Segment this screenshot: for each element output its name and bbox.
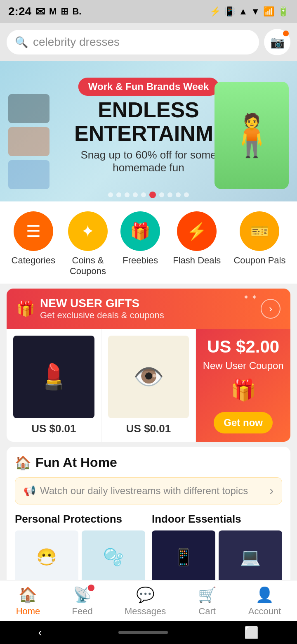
banner-product-2 [8,127,50,156]
dot-3[interactable] [125,192,130,197]
dot-9[interactable] [176,192,181,197]
data-icon: ▲ [238,6,248,17]
new-user-title: NEW USER GIFTS [40,297,164,310]
dot-8[interactable] [167,192,172,197]
mask-product-2[interactable]: 🫧 [82,530,145,584]
category-flash-deals[interactable]: ⚡ Flash Deals [173,211,221,277]
booking-icon: B. [72,6,81,17]
nav-account[interactable]: 👤 Account [248,586,281,617]
banner-person: 🧍 [214,82,289,189]
bluetooth-icon: ⚡ [210,6,221,17]
indoor-essentials-imgs: 📱 💻 [152,530,282,584]
banner-text: ENDLESSENTERTAINMENT Snag up to 60% off … [74,98,223,174]
product-card-2[interactable]: 👁️ US $0.01 [101,329,196,442]
banner-product-1 [8,94,50,123]
coupon-label: New User Coupon [203,360,284,372]
product-image-2: 👁️ [108,336,189,418]
coupon-card[interactable]: US $2.00 New User Coupon 🎁 Get now [196,329,290,442]
livestream-label: Watch our daily livestreams with differe… [40,485,248,497]
dot-6[interactable] [149,192,156,198]
new-user-gifts-banner[interactable]: 🎁 NEW USER GIFTS Get exclusive deals & c… [7,289,290,329]
category-coupon-pals[interactable]: 🎫 Coupon Pals [233,211,285,277]
recent-apps-button[interactable]: ⬜ [244,626,259,639]
new-user-text: NEW USER GIFTS Get exclusive deals & cou… [40,297,164,321]
tablet-product[interactable]: 📱 [152,530,215,584]
dot-7[interactable] [159,192,164,197]
new-user-subtitle: Get exclusive deals & coupons [40,310,164,321]
category-categories[interactable]: ☰ Categories [12,211,55,277]
products-row: 💄 US $0.01 👁️ US $0.01 US $2.00 New User… [7,329,290,442]
feed-nav-label: Feed [72,606,93,617]
personal-protections-imgs: 😷 🫧 [15,530,145,584]
home-nav-icon: 🏠 [19,586,37,604]
screenshot-icon: ⊞ [61,6,68,17]
freebies-label: Freebies [123,255,158,266]
laptop-product[interactable]: 💻 [219,530,282,584]
search-container: 🔍 celebrity dresses 📷 [0,23,297,61]
search-input[interactable]: celebrity dresses [33,36,251,49]
categories-row: ☰ Categories ✦ Coins &Coupons 🎁 Freebies… [0,201,297,284]
search-bar[interactable]: 🔍 celebrity dresses [7,30,259,54]
cart-nav-label: Cart [198,606,216,617]
categories-label: Categories [12,255,55,266]
home-indicator[interactable] [118,631,168,634]
vibrate-icon: 📳 [224,6,235,17]
flash-deals-label: Flash Deals [173,255,221,266]
mask-product-1[interactable]: 😷 [15,530,78,584]
status-time: 2:24 [8,5,31,18]
wifi-icon: ▼ [251,6,260,17]
signal-icon: 📶 [263,6,274,17]
coupon-gift-icon: 🎁 [231,378,256,402]
camera-button[interactable]: 📷 [264,29,290,55]
nav-messages[interactable]: 💬 Messages [125,586,166,617]
feed-badge [88,585,94,591]
home-section-icon: 🏠 [15,455,31,471]
personal-protections: Personal Protections 😷 🫧 [15,513,145,584]
banner-products [8,94,50,189]
hero-banner[interactable]: Work & Fun Brands Week ENDLESSENTERTAINM… [0,61,297,201]
coins-coupons-icon: ✦ [68,211,108,251]
banner-product-3 [8,160,50,189]
messages-nav-label: Messages [125,606,166,617]
megaphone-icon: 📢 [24,485,36,497]
flash-deals-icon: ⚡ [177,211,217,251]
status-bar: 2:24 ✉ M ⊞ B. ⚡ 📳 ▲ ▼ 📶 🔋 [0,0,297,23]
product-card-1[interactable]: 💄 US $0.01 [7,329,101,442]
subsections: Personal Protections 😷 🫧 Indoor Essentia… [15,513,282,584]
banner-subtitle: Snag up to 60% off for some homemade fun [74,149,223,174]
categories-icon: ☰ [14,211,53,251]
new-user-left: 🎁 NEW USER GIFTS Get exclusive deals & c… [16,297,164,321]
dot-1[interactable] [108,192,113,197]
coins-coupons-label: Coins &Coupons [70,255,106,277]
back-button[interactable]: ‹ [38,626,42,639]
camera-icon: 📷 [270,36,285,49]
nav-feed[interactable]: 📡 Feed [72,586,93,617]
livestream-banner[interactable]: 📢 Watch our daily livestreams with diffe… [15,477,282,504]
new-user-arrow-button[interactable]: › [261,299,280,319]
dot-5[interactable] [141,192,146,197]
dot-2[interactable] [116,192,121,197]
fun-at-home-title: Fun At Home [35,455,117,470]
message-icon: ✉ [35,5,45,19]
dot-10[interactable] [184,192,189,197]
messages-nav-icon: 💬 [136,586,155,604]
bottom-nav: 🏠 Home 📡 Feed 💬 Messages 🛒 Cart 👤 Accoun… [0,580,297,621]
banner-title: ENDLESSENTERTAINMENT [74,98,223,145]
category-freebies[interactable]: 🎁 Freebies [120,211,160,277]
home-nav-label: Home [16,606,40,617]
fun-at-home-section: 🏠 Fun At Home 📢 Watch our daily livestre… [7,447,290,592]
product-price-1: US $0.01 [31,422,76,435]
gift-icon: 🎁 [16,300,35,317]
nav-cart[interactable]: 🛒 Cart [198,586,217,617]
dot-4[interactable] [133,192,138,197]
get-now-button[interactable]: Get now [214,412,273,433]
coupon-amount: US $2.00 [207,337,279,357]
account-nav-label: Account [248,606,281,617]
banner-badge: Work & Fun Brands Week [78,78,219,96]
nav-home[interactable]: 🏠 Home [16,586,40,617]
account-nav-icon: 👤 [255,586,274,604]
category-coins-coupons[interactable]: ✦ Coins &Coupons [68,211,108,277]
product-image-1: 💄 [13,336,94,418]
indoor-essentials: Indoor Essentials 📱 💻 [152,513,282,584]
section-header: 🏠 Fun At Home [15,455,282,471]
